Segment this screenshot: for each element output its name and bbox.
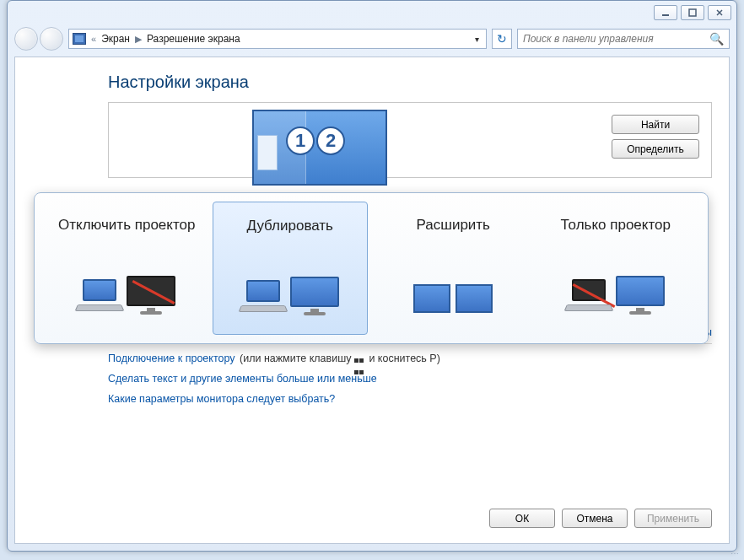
find-button[interactable]: Найти <box>612 115 699 134</box>
resize-grip-icon: ⋯ <box>731 549 741 558</box>
titlebar <box>8 1 736 24</box>
close-button[interactable] <box>708 5 731 20</box>
search-icon[interactable]: 🔍 <box>709 32 724 46</box>
projector-icon-duplicate <box>235 255 345 314</box>
page-title: Настройки экрана <box>108 73 712 92</box>
projector-label: Дублировать <box>247 209 333 243</box>
connect-projector-link[interactable]: Подключение к проектору <box>108 353 235 364</box>
projector-option-disconnect[interactable]: Отключить проектор <box>50 202 204 335</box>
svg-rect-1 <box>689 9 696 16</box>
projector-option-extend[interactable]: Расширить <box>376 202 531 335</box>
text-size-link[interactable]: Сделать текст и другие элементы больше и… <box>108 373 377 385</box>
monitor-badge-2: 2 <box>316 127 345 155</box>
breadcrumb-level2[interactable]: Разрешение экрана <box>147 33 240 45</box>
projector-label: Только проектор <box>561 208 671 242</box>
display-icon <box>73 33 86 45</box>
identify-button[interactable]: Определить <box>612 139 699 159</box>
windows-key-icon <box>354 354 366 364</box>
forward-button[interactable] <box>40 27 63 51</box>
breadcrumb-level1[interactable]: Экран <box>101 33 130 45</box>
maximize-button[interactable] <box>681 5 704 20</box>
monitor-badge-1: 1 <box>286 127 315 155</box>
nav-row: « Экран ▶ Разрешение экрана ▾ ↻ 🔍 <box>8 24 736 53</box>
projector-option-duplicate[interactable]: Дублировать <box>213 202 369 335</box>
chevron-right-icon: ▶ <box>135 34 142 45</box>
chevron-left-icon: « <box>91 34 96 44</box>
monitors-preview[interactable]: 1 2 <box>252 110 387 186</box>
minimize-button[interactable] <box>654 5 677 20</box>
apply-button[interactable]: Применить <box>634 509 712 528</box>
refresh-button[interactable]: ↻ <box>492 29 512 49</box>
address-dropdown-icon[interactable]: ▾ <box>472 35 483 44</box>
monitor-detect-panel: 1 2 Найти Определить <box>108 102 712 178</box>
help1-tail-b: и коснитесь P) <box>366 353 440 364</box>
search-input[interactable] <box>523 33 709 45</box>
projector-icon-disconnect <box>72 254 181 313</box>
projector-icon-only <box>561 254 671 313</box>
detect-buttons: Найти Определить <box>612 115 699 159</box>
nav-buttons <box>14 27 63 51</box>
ok-button[interactable]: ОК <box>489 509 555 528</box>
svg-rect-0 <box>662 14 669 16</box>
search-bar[interactable]: 🔍 <box>517 29 730 49</box>
projector-label: Отключить проектор <box>58 208 195 242</box>
projector-icon-extend <box>398 254 508 313</box>
back-button[interactable] <box>14 27 38 51</box>
projector-label: Расширить <box>417 208 490 242</box>
address-bar[interactable]: « Экран ▶ Разрешение экрана ▾ <box>68 29 487 49</box>
help1-tail-a: (или нажмите клавишу <box>237 353 354 364</box>
projector-option-only[interactable]: Только проектор <box>539 202 693 335</box>
cancel-button[interactable]: Отмена <box>562 509 628 528</box>
help-line-projector: Подключение к проектору (или нажмите кла… <box>108 353 712 364</box>
dialog-buttons: ОК Отмена Применить <box>489 509 712 528</box>
which-monitor-link[interactable]: Какие параметры монитора следует выбрать… <box>108 393 335 405</box>
projector-mode-overlay: Отключить проектор Дублировать Расширить… <box>34 192 709 344</box>
help-links: Подключение к проектору (или нажмите кла… <box>108 353 712 405</box>
